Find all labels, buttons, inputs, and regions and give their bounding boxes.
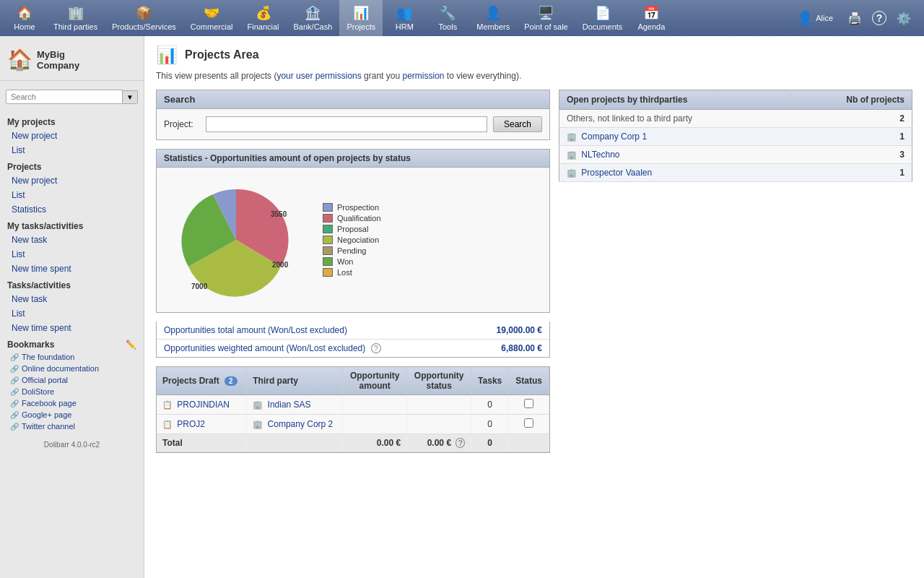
nav-tools[interactable]: 🔧 Tools (426, 0, 469, 36)
statistics-body: 3550 2000 7000 Prospection (157, 168, 549, 312)
sidebar-search-btn[interactable]: ▼ (123, 90, 138, 104)
sidebar-item-list-mine[interactable]: List (0, 143, 144, 158)
projects-draft-header: Projects Draft (162, 376, 219, 386)
bookmark-dolistore[interactable]: 🔗 DoliStore (0, 386, 144, 397)
bookmark-twitter[interactable]: 🔗 Twitter channel (0, 420, 144, 432)
project-label: Project: (164, 119, 200, 129)
help-button[interactable]: ? (872, 11, 886, 25)
right-panel-label-company-corp: 🏢 Company Corp 1 (559, 128, 791, 146)
search-box-body: Project: Search (157, 109, 549, 139)
sidebar-item-task-list-mine[interactable]: List (0, 247, 144, 262)
weighted-help-icon: ? (371, 343, 381, 353)
legend-color-proposal (323, 225, 333, 233)
bookmark-label-7: Twitter channel (22, 422, 75, 431)
right-panel-row-others: Others, not linked to a third party 2 (559, 110, 912, 128)
nav-right: 👤 Alice 🖨️ ? ⚙️ (787, 0, 921, 36)
tasks-1: 0 (471, 395, 509, 415)
bookmark-label-1: The foundation (22, 353, 74, 361)
bookmark-icon-4: 🔗 (10, 388, 19, 396)
total-amount-link[interactable]: Opportunities total amount (Won/Lost exc… (164, 325, 347, 335)
status-checkbox-2[interactable] (524, 418, 533, 428)
home-icon: 🏠 (17, 5, 32, 21)
nltechno-link[interactable]: NLTechno (581, 150, 619, 160)
nav-projects[interactable]: 📊 Projects (339, 0, 383, 36)
nav-documents[interactable]: 📄 Documents (575, 0, 630, 36)
third-party-link-2[interactable]: Company Corp 2 (268, 419, 334, 429)
search-button[interactable]: Search (493, 116, 542, 132)
total-help-icon: ? (456, 438, 465, 448)
sidebar-item-list[interactable]: List (0, 188, 144, 202)
nav-commercial[interactable]: 🤝 Commercial (183, 0, 240, 36)
print-button[interactable]: 🖨️ (843, 9, 866, 28)
project-search-input[interactable] (206, 116, 487, 132)
opp-amount-1 (343, 395, 407, 415)
nav-bank-cash[interactable]: 🏦 Bank/Cash (287, 0, 340, 36)
third-party-1: 🏢 Indian SAS (247, 395, 343, 415)
weighted-label-text: Opportunities weighted amount (Won/Lost … (164, 343, 365, 353)
nav-agenda[interactable]: 📅 Agenda (629, 0, 673, 36)
weighted-amount-link[interactable]: Opportunities weighted amount (Won/Lost … (164, 343, 381, 353)
sidebar-item-new-time-mine[interactable]: New time spent (0, 262, 144, 276)
status-checkbox-1[interactable] (524, 399, 533, 408)
third-party-icon-2: 🏢 (253, 420, 263, 428)
project-code-2: 📋 PROJ2 (157, 415, 247, 434)
prospector-link[interactable]: Prospector Vaalen (581, 168, 652, 178)
search-box-header: Search (157, 90, 549, 109)
right-panel-count-header: Nb of projects (791, 90, 912, 110)
bookmark-foundation[interactable]: 🔗 The foundation (0, 351, 144, 363)
nav-hrm[interactable]: 👥 HRM (383, 0, 426, 36)
projects-draft-table: Projects Draft 2 Third party Opportunity… (157, 367, 549, 452)
bookmark-icon-5: 🔗 (10, 400, 19, 407)
my-projects-title: My projects (0, 113, 144, 129)
nav-pos[interactable]: 🖥️ Point of sale (517, 0, 575, 36)
sidebar-item-new-time[interactable]: New time spent (0, 321, 144, 335)
weighted-amount-value: 6,880.00 € (501, 343, 542, 353)
bookmark-googleplus[interactable]: 🔗 Google+ page (0, 409, 144, 420)
nav-agenda-label: Agenda (637, 22, 665, 31)
col-opp-status: Opportunitystatus (407, 367, 471, 395)
chart-label-7000: 7000 (191, 282, 208, 290)
status-1 (509, 395, 549, 415)
permissions-link[interactable]: your user permissions (276, 71, 361, 81)
legend-color-prospection (323, 203, 333, 212)
nav-financial[interactable]: 💰 Financial (240, 0, 286, 36)
table-row: 📋 PROJ2 🏢 Company Corp 2 0 (157, 415, 549, 434)
nav-tools-label: Tools (438, 22, 457, 31)
bookmark-online-doc[interactable]: 🔗 Online documentation (0, 363, 144, 374)
project-code-1: 📋 PROJINDIAN (157, 395, 247, 415)
sidebar-search-container: ▼ (0, 87, 144, 107)
bookmark-official-portal[interactable]: 🔗 Official portal (0, 374, 144, 386)
settings-button[interactable]: ⚙️ (892, 9, 915, 28)
content-left: Search Project: Search Statistics - Oppo… (156, 90, 550, 453)
company-corp-link[interactable]: Company Corp 1 (581, 131, 647, 142)
nav-members[interactable]: 👤 Members (469, 0, 517, 36)
prospector-icon: 🏢 (567, 168, 577, 177)
right-panel-row-prospector: 🏢 Prospector Vaalen 1 (559, 164, 912, 182)
page-title: Projects Area (185, 48, 259, 61)
sidebar-item-new-project[interactable]: New project (0, 173, 144, 188)
sidebar-item-task-list[interactable]: List (0, 306, 144, 321)
bookmarks-edit-icon[interactable]: ✏️ (126, 340, 136, 350)
project-link-1[interactable]: PROJINDIAN (177, 400, 230, 410)
nav-home[interactable]: 🏠 Home (3, 0, 46, 36)
permission-link[interactable]: permission (402, 71, 444, 81)
projects-title: Projects (0, 158, 144, 173)
sidebar-item-new-task-mine[interactable]: New task (0, 233, 144, 247)
project-link-2[interactable]: PROJ2 (177, 419, 205, 429)
sidebar-item-new-task[interactable]: New task (0, 292, 144, 306)
total-label: Total (157, 434, 247, 452)
third-party-link-1[interactable]: Indian SAS (268, 400, 311, 410)
sidebar-search-input[interactable] (6, 90, 123, 104)
total-opp-status-value: 0.00 € (427, 438, 451, 448)
sidebar-item-statistics[interactable]: Statistics (0, 202, 144, 217)
sidebar-logo: 🏠 MyBigCompany (0, 42, 144, 81)
nav-hrm-label: HRM (396, 22, 414, 31)
nav-third-parties[interactable]: 🏢 Third parties (46, 0, 105, 36)
col-opp-amount: Opportunityamount (343, 367, 407, 395)
nav-third-parties-label: Third parties (53, 22, 97, 31)
sidebar-item-new-project-mine[interactable]: New project (0, 129, 144, 143)
bookmark-label-3: Official portal (22, 376, 68, 384)
nav-products-services[interactable]: 📦 Products/Services (105, 0, 183, 36)
bookmark-facebook[interactable]: 🔗 Facebook page (0, 397, 144, 409)
bookmark-label-2: Online documentation (22, 364, 99, 373)
